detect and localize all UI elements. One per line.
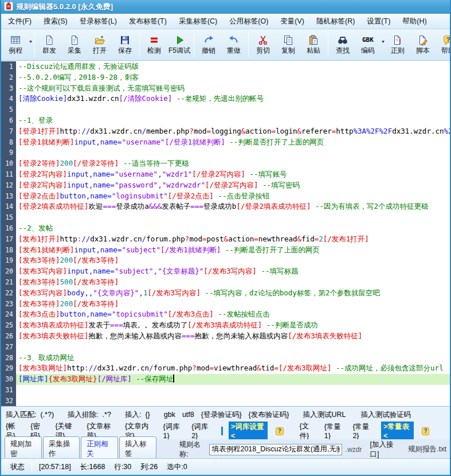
toolbar-button-label: 剪切 [256, 46, 270, 56]
toolbar-button-check-bars[interactable]: 检测 [142, 33, 167, 57]
row1-insert-5[interactable]: {} [145, 411, 150, 419]
editor-line-18[interactable]: 18[发布1就绪判断]input,name="subject"[/发布1就绪判断… [1, 245, 450, 256]
editor-line-2[interactable]: 2--5.0.2.0编写，2018-9-28，刺客 [1, 72, 450, 83]
chevron-down-icon[interactable]: ▼ [381, 40, 385, 44]
rule-name-input[interactable] [209, 444, 342, 455]
line-number: 32 [1, 396, 16, 406]
toolbar-button-script[interactable]: 脚本 [410, 33, 436, 57]
editor-line-20[interactable]: 20[发布3写内容]input,name="subject","{文章标题}"[… [1, 266, 450, 277]
editor-line-19[interactable]: 19[发布3等待]200[/发布3等待] [1, 255, 450, 266]
menu-item-1[interactable]: 搜索(S) [42, 15, 69, 28]
editor-line-16[interactable]: 16--2、发帖 [1, 223, 450, 234]
toolbar-button-document[interactable]: 群发 [37, 33, 62, 57]
row2-insert-12[interactable]: {常量2} [352, 422, 374, 440]
editor-line-30[interactable]: 30[网址库]{发布3取网址}[/网址库] --保存网址 [1, 374, 450, 385]
editor-line-31[interactable]: 31 [1, 385, 450, 396]
row1-insert-3[interactable]: .*? [103, 411, 111, 419]
check-bars-icon [148, 34, 160, 46]
toolbar-button-grid[interactable]: 例程 [3, 33, 28, 57]
menu-item-7[interactable]: 随机标签(R) [315, 15, 356, 28]
join-interface-button[interactable]: [加入接口] [370, 440, 399, 459]
editor-line-17[interactable]: 17[发布1打开]http://dx31.wzdr.cn/forum.php?m… [1, 234, 450, 245]
editor-line-12[interactable]: 12[登录2写内容]input,name="password","wzdrwzd… [1, 180, 450, 191]
toolbar-button-copy[interactable]: 复制 [276, 33, 301, 57]
editor-line-29[interactable]: 29[发布3取网址]http://dx31.wzdr.cn/forum.php?… [1, 363, 450, 374]
row1-insert-9[interactable]: {发布验证码} [249, 410, 289, 420]
row1-insert-8[interactable]: {登录验证码} [201, 410, 242, 420]
menu-item-4[interactable]: 采集标签(C) [178, 15, 218, 28]
row1-action-10[interactable]: 插入测试URL [303, 410, 346, 420]
toolbar-button-redo[interactable]: 重做 [221, 33, 246, 57]
toolbar-button-text[interactable]: GBK编码 [355, 33, 381, 57]
row1-action-11[interactable]: 插入测试验证码 [360, 410, 411, 420]
chevron-down-icon[interactable]: ▼ [29, 40, 33, 44]
editor-line-6[interactable]: 6--1、登录 [1, 115, 450, 126]
editor-line-24[interactable]: 24[发布3点击]button,name="topicsubmit"[/发布3点… [1, 309, 450, 320]
menu-item-0[interactable]: 文件(F) [7, 15, 33, 28]
toolbar-button-help[interactable]: ?帮助 [436, 33, 451, 57]
line-content: [发布3写内容]body,,"{文章内容}",1[/发布3写内容] --填写内容… [16, 288, 450, 299]
toolbar-button-save[interactable]: 保存 [112, 33, 138, 57]
toolbar-button-regex[interactable]: !正则 [385, 33, 410, 57]
row2-insert-11[interactable]: {常量1} [324, 422, 346, 440]
editor-line-8[interactable]: 8[登录1就绪判断]input,name="username"[/登录1就绪判断… [1, 137, 450, 148]
toolbar-button-label: 粘贴 [307, 46, 320, 56]
menu-item-8[interactable]: 设置(T) [366, 15, 391, 28]
toolbar-button-find[interactable]: 查找 [330, 33, 355, 57]
editor-line-22[interactable]: 22[发布3写内容]body,,"{文章内容}",1[/发布3写内容] --填写… [1, 288, 450, 299]
editor-line-7[interactable]: 7[登录1打开]http://dx31.wzdr.cn/member.php?m… [1, 126, 450, 137]
editor-line-32[interactable]: 32 [1, 396, 450, 406]
help-icon[interactable]: ? [422, 427, 429, 435]
toolbar-button-cut[interactable]: 剪切 [250, 33, 276, 57]
editor-line-15[interactable]: 15 [1, 212, 450, 223]
editor-line-9[interactable]: 9 [1, 147, 450, 158]
code-editor[interactable]: 1--Discuz论坛通用群发，无验证码版2--5.0.2.0编写，2018-9… [1, 60, 450, 406]
line-number: 26 [1, 331, 16, 342]
editor-line-13[interactable]: 13[登录2点击]button,name="loginsubmit"[/登录2点… [1, 191, 450, 202]
toolbar-button-paste[interactable]: 粘贴 [301, 33, 326, 57]
line-content: [登录1就绪判断]input,name="username"[/登录1就绪判断]… [16, 137, 450, 148]
row1-insert-6[interactable]: gbk [164, 411, 175, 419]
toolbar-button-undo[interactable]: 撤销 [196, 33, 221, 57]
row1-insert-1[interactable]: (.*?) [40, 411, 54, 419]
toolbar-button-play[interactable]: F5调试 [167, 33, 192, 57]
line-content: [发布3写内容]input,name="subject","{文章标题}"[/发… [16, 266, 450, 277]
editor-line-27[interactable]: 27 [1, 342, 450, 353]
line-number: 1 [1, 61, 16, 72]
menu-item-9[interactable]: 帮助(H) [401, 15, 428, 28]
editor-line-26[interactable]: 26[发布3填表失败特征]抱歉，您尚未输入标题或内容===抱歉，您尚未输入标题或… [1, 331, 450, 342]
line-number: 19 [1, 255, 16, 266]
menu-item-3[interactable]: 发布标签(T) [128, 15, 168, 28]
help-icon[interactable]: ? [276, 427, 283, 435]
editor-line-14[interactable]: 14[登录2填表成功特征]欢迎===登录成功a&&&发表帖子===登录成功b[/… [1, 201, 450, 212]
status-line: 行:30 [109, 462, 136, 472]
editor-line-23[interactable]: 23[发布3等待]200[/发布3等待] [1, 299, 450, 310]
editor-line-4[interactable]: 4[清除Cookie]dx31.wzdr.cn[/清除Cookie] --老规矩… [1, 93, 450, 104]
toolbar-button-document[interactable]: 采集 [62, 33, 87, 57]
row2-insert-10[interactable]: {文件} [300, 422, 317, 441]
editor-line-28[interactable]: 28--3、取成功网址 [1, 353, 450, 364]
menu-bar: 文件(F)搜索(S)登录标签(L)发布标签(T)采集标签(C)公用标签(O)变量… [1, 14, 450, 29]
editor-line-3[interactable]: 3--这个规则可以下载后直接测试，无需填写账号密码 [1, 83, 450, 94]
editor-line-21[interactable]: 21[发布3等待]500[/发布3等待] [1, 277, 450, 288]
menu-item-6[interactable]: 变量(V) [279, 15, 305, 28]
editor-line-5[interactable]: 5 [1, 104, 450, 115]
toolbar-button-open-folder[interactable]: 打开 [87, 33, 112, 57]
editor-line-1[interactable]: 1--Discuz论坛通用群发，无验证码版 [1, 61, 450, 72]
text-icon: GBK [362, 34, 374, 46]
row2-selected-button-13[interactable]: >常量表< [381, 422, 414, 440]
toolbar-button-label: 正则 [391, 46, 405, 56]
row2-insert-6[interactable]: {词库2} [191, 422, 213, 440]
line-content [16, 342, 450, 353]
editor-line-10[interactable]: 10[登录2等待]200[/登录2等待] --适当等待一下更稳 [1, 158, 450, 169]
row2-insert-5[interactable]: {词库1} [163, 422, 185, 440]
rule-report-link[interactable]: 规则报告.txt [408, 444, 446, 454]
play-icon [174, 34, 185, 46]
menu-item-2[interactable]: 登录标签(L) [79, 15, 118, 28]
editor-line-11[interactable]: 11[登录2写内容]input,name="username","wzdr1"[… [1, 169, 450, 180]
row1-insert-7[interactable]: utf8 [182, 411, 194, 419]
row2-selected-button-8[interactable]: >词库设置< [229, 422, 268, 440]
menu-item-5[interactable]: 公用标签(O) [228, 15, 269, 28]
editor-line-25[interactable]: 25[发布3填表成功特征]发表于===填表。。发布成功了[/发布3填表成功特征]… [1, 320, 450, 331]
line-number: 28 [1, 353, 16, 364]
